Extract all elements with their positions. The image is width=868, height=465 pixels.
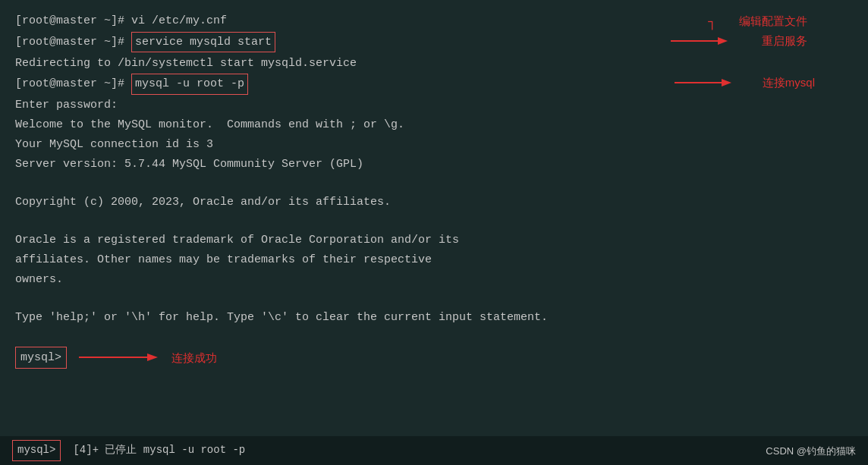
line7-text: Your MySQL connection id is 3 <box>15 136 213 153</box>
line4-prompt: [root@master ~]# <box>15 75 131 93</box>
terminal-line-16: Type 'help;' or '\h' for help. Type '\c'… <box>15 309 853 327</box>
line5-text: Enter password: <box>15 96 118 114</box>
line2-prompt: [root@master ~]# <box>15 33 131 51</box>
terminal-line-2: [root@master ~]# service mysqld start 重启… <box>15 32 853 52</box>
terminal-line-6: Welcome to the MySQL monitor. Commands e… <box>15 116 853 134</box>
line3-text: Redirecting to /bin/systemctl start mysq… <box>15 55 357 72</box>
arrow-right-1 <box>671 33 731 49</box>
arrow-right-2 <box>675 75 735 90</box>
mysql-prompt: mysql> <box>15 347 67 369</box>
terminal-line-4: [root@master ~]# mysql -u root -p 连接mysq… <box>15 74 853 94</box>
annotation-connect-success: 连接成功 <box>171 349 217 366</box>
annotation-edit-config: 编辑配置文件 <box>739 12 807 30</box>
terminal-line-3: Redirecting to /bin/systemctl start mysq… <box>15 54 853 72</box>
line10-text: Copyright (c) 2000, 2023, Oracle and/or … <box>15 193 391 211</box>
svg-marker-1 <box>718 37 728 45</box>
line12-text: Oracle is a registered trademark of Orac… <box>15 231 459 249</box>
csdn-credit: CSDN @钓鱼的猫咪 <box>766 444 856 459</box>
terminal-window: [root@master ~]# vi /etc/my.cnf ┐ 编辑配置文件… <box>0 0 868 465</box>
line8-text: Server version: 5.7.44 MySQL Community S… <box>15 156 363 173</box>
annotation-connect-mysql: 连接mysql <box>763 74 815 91</box>
svg-marker-3 <box>722 79 731 86</box>
terminal-line-blank1 <box>15 175 853 193</box>
terminal-line-14: owners. <box>15 271 853 289</box>
bottom-mysql-prompt: mysql> <box>12 440 61 461</box>
terminal-line-1: [root@master ~]# vi /etc/my.cnf ┐ 编辑配置文件 <box>15 12 853 30</box>
line16-text: Type 'help;' or '\h' for help. Type '\c'… <box>15 309 548 326</box>
terminal-line-8: Server version: 5.7.44 MySQL Community S… <box>15 156 853 174</box>
arrow-connect-success <box>79 349 162 366</box>
terminal-line-blank4 <box>15 328 853 347</box>
svg-marker-5 <box>147 353 158 361</box>
terminal-line-blank2 <box>15 213 853 231</box>
line14-text: owners. <box>15 271 63 288</box>
terminal-line-12: Oracle is a registered trademark of Orac… <box>15 231 853 250</box>
terminal-line-7: Your MySQL connection id is 3 <box>15 136 853 154</box>
terminal-line-5: Enter password: <box>15 96 853 115</box>
annotation-restart-service: 重启服务 <box>762 32 807 49</box>
terminal-line-blank3 <box>15 291 853 309</box>
terminal-line-10: Copyright (c) 2000, 2023, Oracle and/or … <box>15 193 853 212</box>
line2-command: service mysqld start <box>131 32 275 52</box>
bottom-status-text: [4]+ 已停止 mysql -u root -p <box>73 442 245 459</box>
terminal-line-13: affiliates. Other names may be trademark… <box>15 251 853 269</box>
line1-text: [root@master ~]# vi /etc/my.cnf <box>15 12 227 30</box>
bottom-bar: mysql> [4]+ 已停止 mysql -u root -p CSDN @钓… <box>0 436 868 465</box>
line6-text: Welcome to the MySQL monitor. Commands e… <box>15 116 404 134</box>
line4-command: mysql -u root -p <box>131 74 248 94</box>
line13-text: affiliates. Other names may be trademark… <box>15 251 432 269</box>
terminal-line-mysql: mysql> 连接成功 <box>15 347 853 369</box>
